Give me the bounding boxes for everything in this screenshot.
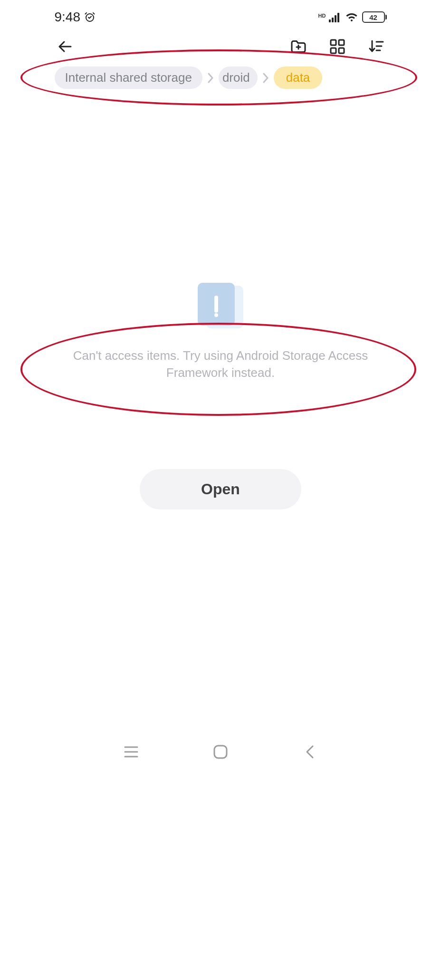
battery-icon: 42 (362, 11, 387, 23)
system-nav-bar (49, 741, 393, 762)
cell-signal-icon (329, 12, 341, 22)
clock-time: 9:48 (55, 10, 81, 25)
breadcrumb: Internal shared storage droid data (49, 66, 393, 89)
grid-view-button[interactable] (328, 37, 347, 56)
back-button[interactable] (56, 37, 75, 56)
sort-button[interactable] (367, 37, 386, 56)
svg-rect-9 (214, 746, 227, 758)
battery-pct: 42 (369, 13, 377, 21)
chevron-right-icon (205, 71, 216, 85)
empty-state-icon (198, 283, 243, 328)
svg-rect-4 (337, 13, 339, 22)
svg-rect-5 (331, 40, 336, 45)
recents-button[interactable] (121, 741, 142, 762)
chevron-right-icon (260, 71, 271, 85)
breadcrumb-item-root[interactable]: Internal shared storage (55, 67, 202, 89)
home-button[interactable] (210, 741, 231, 762)
status-right: HD 42 (318, 11, 387, 23)
new-folder-button[interactable] (289, 37, 308, 56)
breadcrumb-item-current[interactable]: data (274, 67, 323, 89)
toolbar (49, 27, 393, 66)
alarm-icon (84, 11, 96, 23)
back-nav-button[interactable] (299, 741, 320, 762)
svg-rect-2 (332, 18, 334, 22)
svg-rect-6 (339, 40, 344, 45)
wifi-icon (345, 12, 358, 22)
svg-rect-3 (335, 15, 336, 22)
empty-state: Can't access items. Try using Android St… (49, 283, 393, 382)
status-bar: 9:48 HD (49, 0, 393, 27)
svg-rect-8 (339, 48, 344, 53)
status-left: 9:48 (55, 10, 96, 25)
breadcrumb-item-mid[interactable]: droid (219, 67, 258, 89)
open-button[interactable]: Open (140, 469, 301, 509)
hd-icon: HD (318, 13, 326, 19)
empty-state-message: Can't access items. Try using Android St… (68, 347, 373, 382)
svg-rect-1 (329, 19, 331, 22)
svg-rect-7 (331, 48, 336, 53)
